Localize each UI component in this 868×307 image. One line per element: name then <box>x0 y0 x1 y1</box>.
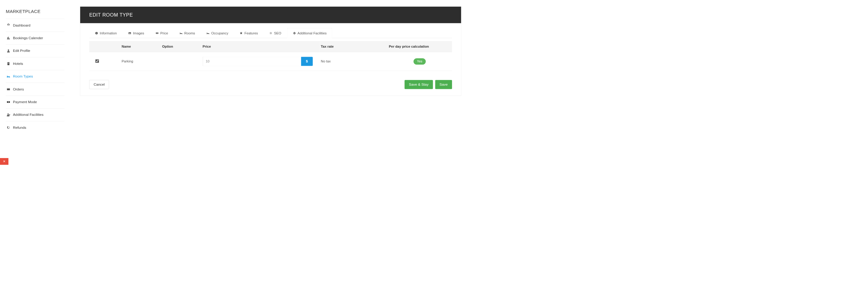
sidebar-item-label: Bookings Calender <box>13 36 65 40</box>
tab-label: Features <box>245 31 258 35</box>
tab-label: Information <box>100 31 117 35</box>
sidebar: MARKETPLACE DashboardBookings CalenderEd… <box>0 0 70 134</box>
tab-occupancy[interactable]: Occupancy <box>201 28 234 38</box>
tab-label: Occupancy <box>211 31 228 35</box>
col-header-tax: Tax rate <box>319 41 387 52</box>
currency-addon: $ <box>301 57 313 66</box>
barchart-icon <box>6 36 11 40</box>
sidebar-heading: MARKETPLACE <box>0 3 70 19</box>
col-header-check <box>89 41 120 52</box>
close-icon <box>3 159 6 163</box>
user-plus-icon <box>6 113 11 117</box>
dashboard-icon <box>6 23 11 27</box>
tab-seo[interactable]: SEO <box>264 28 287 38</box>
sidebar-item-additional-facilities[interactable]: Additional Facilities <box>6 108 64 121</box>
facility-option <box>160 52 201 71</box>
tab-label: Rooms <box>184 31 195 35</box>
tab-label: Price <box>160 31 168 35</box>
sidebar-item-label: Room Types <box>13 74 65 79</box>
save-button[interactable]: Save <box>435 80 452 89</box>
widget-toggle[interactable] <box>0 158 8 165</box>
sidebar-item-label: Payment Mode <box>13 100 65 104</box>
tab-label: Images <box>133 31 144 35</box>
sidebar-item-edit-profile[interactable]: Edit Profile <box>6 44 64 57</box>
sidebar-item-label: Additional Facilities <box>13 113 65 117</box>
tab-additional-facilities[interactable]: Additional Facilities <box>287 28 332 38</box>
cancel-button[interactable]: Cancel <box>89 80 109 89</box>
sidebar-item-hotels[interactable]: Hotels <box>6 57 64 70</box>
sidebar-item-bookings-calender[interactable]: Bookings Calender <box>6 32 64 44</box>
cash-icon <box>6 100 11 104</box>
perday-badge: Yes <box>413 58 426 65</box>
sidebar-item-refunds[interactable]: Refunds <box>6 121 64 134</box>
building-icon <box>6 62 11 66</box>
credit-card-icon <box>6 87 11 91</box>
main-content: EDIT ROOM TYPE InformationImagesPriceRoo… <box>70 0 466 134</box>
bed-icon <box>6 74 11 79</box>
facilities-table: Name Option Price Tax rate Per day price… <box>89 41 452 71</box>
col-header-option: Option <box>160 41 201 52</box>
sidebar-item-dashboard[interactable]: Dashboard <box>6 19 64 31</box>
col-header-perday: Per day price calculation <box>387 41 452 52</box>
facility-tax: No tax <box>319 52 387 71</box>
sidebar-item-label: Orders <box>13 87 65 91</box>
sidebar-item-label: Edit Profile <box>13 49 65 53</box>
user-icon <box>6 49 11 53</box>
tab-label: Additional Facilities <box>298 31 327 35</box>
facilities-tbody: Parking$No taxYes <box>89 52 452 71</box>
panel: EDIT ROOM TYPE InformationImagesPriceRoo… <box>80 6 461 96</box>
tab-label: SEO <box>274 31 281 35</box>
tab-rooms[interactable]: Rooms <box>174 28 200 38</box>
price-input[interactable] <box>203 57 301 66</box>
col-header-name: Name <box>120 41 160 52</box>
tab-information[interactable]: Information <box>89 28 122 38</box>
cash-icon <box>155 32 159 35</box>
sidebar-nav: DashboardBookings CalenderEdit ProfileHo… <box>0 19 70 134</box>
page-title: EDIT ROOM TYPE <box>89 12 452 18</box>
gear-icon <box>292 32 296 35</box>
panel-body: InformationImagesPriceRoomsOccupancyFeat… <box>80 23 461 96</box>
sidebar-item-label: Dashboard <box>13 23 65 27</box>
star-filled-icon <box>240 32 243 35</box>
sidebar-item-room-types[interactable]: Room Types <box>6 70 64 83</box>
sidebar-item-orders[interactable]: Orders <box>6 83 64 95</box>
bed-icon <box>180 32 183 35</box>
sidebar-item-label: Refunds <box>13 125 65 130</box>
panel-header: EDIT ROOM TYPE <box>80 7 461 23</box>
sidebar-item-payment-mode[interactable]: Payment Mode <box>6 96 64 108</box>
form-actions: Cancel Save & Stay Save <box>89 80 452 89</box>
tab-features[interactable]: Features <box>234 28 264 38</box>
tab-images[interactable]: Images <box>122 28 150 38</box>
refresh-icon <box>6 126 11 130</box>
bed-icon <box>206 32 210 35</box>
sidebar-item-label: Hotels <box>13 62 65 66</box>
star-outline-icon <box>269 32 273 35</box>
tabs: InformationImagesPriceRoomsOccupancyFeat… <box>89 28 452 38</box>
image-icon <box>128 32 131 35</box>
col-header-price: Price <box>201 41 319 52</box>
tab-price[interactable]: Price <box>150 28 174 38</box>
info-icon <box>95 32 98 35</box>
facility-name: Parking <box>120 52 160 71</box>
facility-checkbox[interactable] <box>95 59 99 63</box>
table-row: Parking$No taxYes <box>89 52 452 71</box>
save-and-stay-button[interactable]: Save & Stay <box>404 80 433 89</box>
